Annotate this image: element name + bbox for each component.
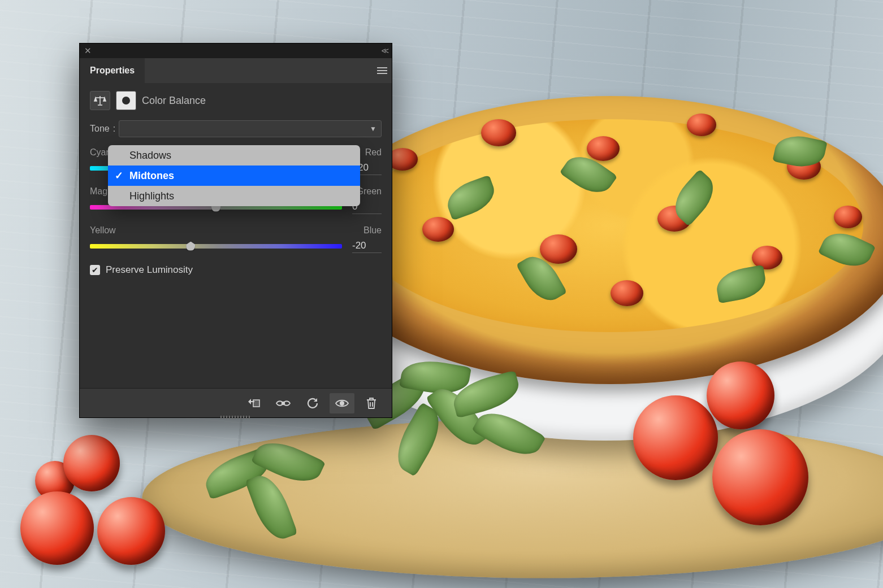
tone-label: Tone xyxy=(90,124,110,134)
slider-yellow-blue: Yellow Blue -20 xyxy=(90,225,382,253)
svg-point-3 xyxy=(282,402,285,404)
mask-icon[interactable] xyxy=(116,91,136,110)
view-previous-icon[interactable] xyxy=(271,393,296,413)
slider-right-label: Blue xyxy=(363,225,382,236)
adjustment-title: Color Balance xyxy=(142,95,206,107)
collapse-icon[interactable]: << xyxy=(382,46,387,55)
slider-right-label: Red xyxy=(365,147,382,158)
resize-gripper[interactable] xyxy=(220,416,251,419)
tone-option-highlights[interactable]: Highlights xyxy=(108,186,360,206)
tone-dropdown-menu: Shadows Midtones Highlights xyxy=(108,145,360,206)
svg-rect-2 xyxy=(253,400,259,407)
clip-to-layer-icon[interactable] xyxy=(241,393,266,413)
panel-footer xyxy=(80,388,392,417)
delete-icon[interactable] xyxy=(359,393,384,413)
reset-icon[interactable] xyxy=(300,393,325,413)
properties-panel: ✕ << Properties Color Balance Tone: ▼ xyxy=(79,43,392,418)
tone-dropdown[interactable]: ▼ xyxy=(119,120,382,137)
svg-point-0 xyxy=(122,97,130,104)
svg-point-4 xyxy=(340,401,344,404)
slider-right-label: Green xyxy=(357,186,382,197)
panel-tabbar: Properties xyxy=(80,58,392,83)
slider-track[interactable] xyxy=(90,244,342,249)
panel-titlebar[interactable]: ✕ << xyxy=(80,43,392,58)
balance-icon[interactable] xyxy=(90,91,110,110)
visibility-icon[interactable] xyxy=(330,393,354,413)
close-icon[interactable]: ✕ xyxy=(84,46,92,56)
panel-menu-icon[interactable] xyxy=(373,58,392,83)
slider-thumb[interactable] xyxy=(186,242,195,251)
tab-properties[interactable]: Properties xyxy=(80,58,145,83)
preserve-label: Preserve Luminosity xyxy=(106,264,193,276)
chevron-down-icon: ▼ xyxy=(370,125,376,133)
tone-option-shadows[interactable]: Shadows xyxy=(108,145,360,165)
tone-option-midtones[interactable]: Midtones xyxy=(108,165,360,186)
preserve-luminosity-checkbox[interactable]: ✔ Preserve Luminosity xyxy=(90,264,382,276)
slider-value-input[interactable]: -20 xyxy=(352,239,382,253)
slider-left-label: Yellow xyxy=(90,225,116,236)
checkbox-checked-icon: ✔ xyxy=(90,265,100,275)
adjustment-header: Color Balance xyxy=(90,91,382,110)
